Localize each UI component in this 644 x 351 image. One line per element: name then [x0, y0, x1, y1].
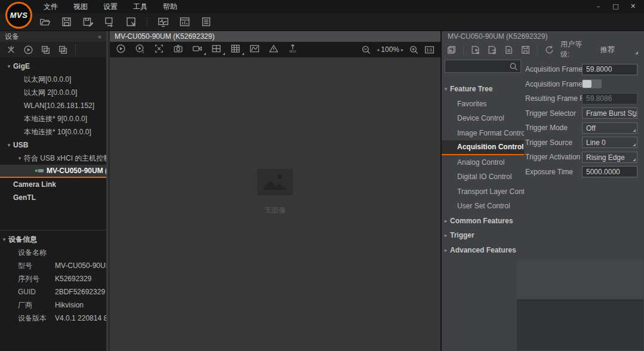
- trigger-source-select[interactable]: Line 0: [582, 137, 637, 148]
- open-folder-icon[interactable]: [39, 16, 51, 27]
- new-window-icon[interactable]: [125, 16, 137, 27]
- caret-down-icon[interactable]: [223, 53, 225, 55]
- trigger-mode-select[interactable]: Off: [582, 122, 637, 134]
- waveform-icon[interactable]: [158, 16, 169, 27]
- feature-item-acquisition-control[interactable]: Acquisition Control: [442, 140, 524, 155]
- viewer-toolbar-icons: 1MCU: [116, 44, 298, 56]
- info-label: 序列号: [18, 274, 55, 284]
- storage-icon[interactable]: [201, 16, 212, 27]
- feature-item-digital-io-control[interactable]: Digital IO Control: [442, 170, 524, 184]
- feature-item-user-set-control[interactable]: User Set Control: [442, 199, 524, 214]
- menu-tools[interactable]: 工具: [125, 0, 155, 13]
- tree-item-label: USB: [13, 141, 28, 149]
- device-tree-item[interactable]: 以太网[0.0.0.0]: [0, 73, 106, 86]
- menu-file[interactable]: 文件: [36, 0, 66, 13]
- one-to-one-icon[interactable]: 1:1: [424, 45, 435, 55]
- device-tree-item[interactable]: 本地连接* 10[0.0.0.0]: [0, 125, 106, 138]
- zoom-out-icon[interactable]: [361, 45, 371, 55]
- property-control: [582, 166, 637, 177]
- property-label: Resulting Frame R...: [525, 94, 582, 103]
- start-acquisition-button[interactable]: [116, 44, 126, 56]
- layout-icon[interactable]: [179, 16, 190, 27]
- search-icon[interactable]: [509, 61, 519, 72]
- viewer-tab[interactable]: MV-CU050-90UM (K52692329): [110, 31, 440, 42]
- disconnect-icon[interactable]: [6, 45, 16, 55]
- feature-item-label: Image Format Control: [457, 129, 524, 137]
- device-tree-item[interactable]: GenTL: [0, 191, 106, 204]
- caret-down-icon[interactable]: [242, 53, 244, 55]
- feature-item-analog-control[interactable]: Analog Control: [442, 155, 524, 170]
- close-button[interactable]: ✕: [624, 0, 642, 13]
- feature-item-device-control[interactable]: Device Control: [442, 111, 524, 126]
- collapse-panel-button[interactable]: «: [98, 33, 101, 40]
- zoom-controls: ◂ 100% ▸ 1:1: [361, 45, 435, 55]
- start-acquisition-icon[interactable]: [23, 45, 33, 55]
- add-favorite-icon[interactable]: [446, 45, 457, 55]
- stop-all-icon[interactable]: [58, 45, 68, 55]
- chevron-down-icon[interactable]: ▾: [442, 86, 450, 92]
- device-tree-item[interactable]: Camera Link: [0, 178, 106, 191]
- zoom-level-select[interactable]: ◂ 100% ▸: [377, 45, 403, 54]
- chevron-down-icon[interactable]: ▾: [16, 155, 24, 161]
- save-icon[interactable]: [61, 16, 72, 27]
- toolbar-divider: [463, 45, 464, 54]
- device-tree-item[interactable]: 本地连接* 9[0.0.0.0]: [0, 112, 106, 125]
- feature-item-label: Transport Layer Cont...: [457, 187, 524, 196]
- caret-down-icon[interactable]: [204, 53, 206, 55]
- snapshot-button[interactable]: [173, 44, 183, 56]
- exposure-time-input[interactable]: [582, 166, 637, 177]
- start-all-icon[interactable]: [41, 45, 51, 55]
- chevron-down-icon[interactable]: ▾: [5, 142, 13, 148]
- zoom-in-icon[interactable]: [409, 45, 419, 55]
- trigger-selector-select[interactable]: Frame Burst Star...: [582, 107, 637, 119]
- maximize-button[interactable]: □: [607, 0, 624, 13]
- acquisition-frame-rate-input[interactable]: [582, 64, 637, 75]
- feature-item-transport-layer-cont[interactable]: Transport Layer Cont...: [442, 184, 524, 199]
- chevron-right-icon[interactable]: ▸: [442, 232, 450, 238]
- feature-item-image-format-control[interactable]: Image Format Control: [442, 126, 524, 141]
- user-level-select[interactable]: 推荐: [596, 44, 639, 56]
- menu-settings[interactable]: 设置: [95, 0, 125, 13]
- chevron-right-icon[interactable]: ▸: [442, 247, 450, 253]
- histogram-icon: [249, 44, 260, 54]
- grid-view-button[interactable]: [230, 44, 241, 56]
- trigger-activation-select[interactable]: Rising Edge: [582, 152, 637, 163]
- device-tree-item[interactable]: WLAN[10.26.181.152]: [0, 99, 106, 112]
- split-view-button[interactable]: [211, 44, 221, 56]
- menu-help[interactable]: 帮助: [155, 0, 185, 13]
- feature-item-trigger[interactable]: ▸Trigger: [442, 228, 524, 243]
- minimize-button[interactable]: –: [590, 0, 607, 13]
- property-control: Frame Burst Star...: [582, 107, 637, 119]
- warning-button[interactable]: [269, 44, 279, 56]
- fit-window-button[interactable]: [154, 44, 164, 56]
- acquisition-frame-rate-enable-toggle[interactable]: [582, 79, 602, 88]
- upload-mcu-button[interactable]: MCU: [288, 44, 298, 56]
- import-config-icon[interactable]: [470, 45, 480, 55]
- resulting-frame-rate-input: [582, 93, 637, 104]
- feature-item-favorites[interactable]: Favorites: [442, 97, 524, 112]
- save-config-icon[interactable]: [520, 45, 531, 55]
- doc-view-icon[interactable]: [504, 45, 514, 55]
- chevron-right-icon[interactable]: ▸: [442, 218, 450, 224]
- feature-item-feature-tree[interactable]: ▾Feature Tree: [442, 82, 524, 97]
- device-tree-item[interactable]: 以太网 2[0.0.0.0]: [0, 86, 106, 99]
- feature-item-advanced-features[interactable]: ▸Advanced Features: [442, 243, 524, 258]
- property-row-trigger-mode: Trigger ModeOff: [524, 121, 644, 136]
- transfer-icon[interactable]: [104, 16, 115, 27]
- save-as-icon[interactable]: [82, 16, 94, 27]
- device-tree-item-selected[interactable]: MV-CU050-90UM (K5269...: [0, 165, 106, 178]
- property-control: [582, 93, 637, 104]
- play-once-button[interactable]: 1: [135, 44, 145, 56]
- menu-view[interactable]: 视图: [66, 0, 95, 13]
- feature-item-common-features[interactable]: ▸Common Features: [442, 214, 524, 229]
- device-tree-item[interactable]: ▾符合 USB xHCI 的主机控制器: [0, 152, 106, 165]
- device-tree-item[interactable]: ▾USB: [0, 138, 106, 152]
- chevron-down-icon[interactable]: ▾: [5, 63, 13, 69]
- export-config-icon[interactable]: [487, 45, 497, 55]
- histogram-button[interactable]: [249, 44, 260, 56]
- device-tree-item[interactable]: ▾GigE: [0, 60, 106, 73]
- main-toolbar: [0, 13, 644, 31]
- refresh-icon[interactable]: [544, 45, 554, 55]
- device-info-header[interactable]: ▾ 设备信息: [0, 230, 106, 246]
- record-button[interactable]: [192, 44, 202, 56]
